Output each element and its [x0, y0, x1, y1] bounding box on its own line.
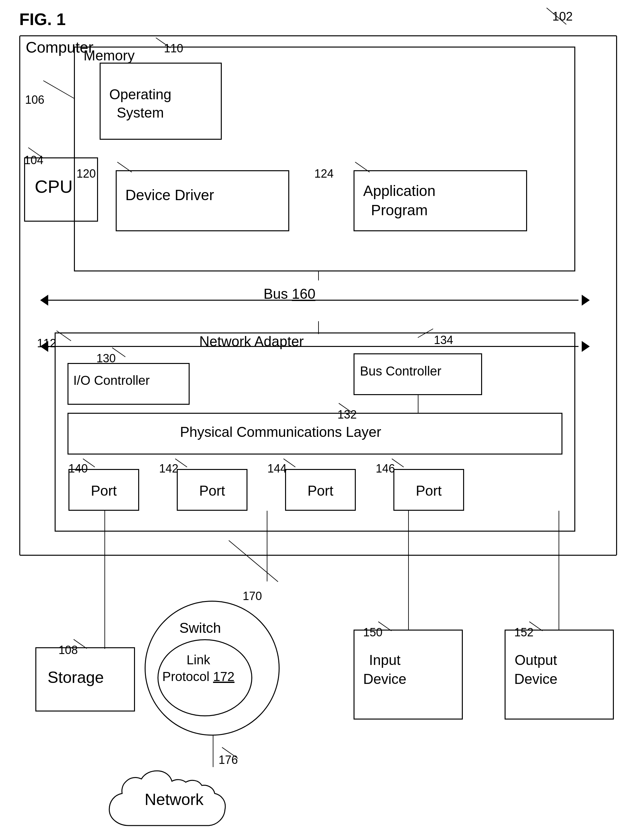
cpu-label: CPU — [35, 176, 73, 197]
ref-170: 170 — [243, 589, 262, 603]
ref-144: 144 — [267, 462, 287, 475]
port-146-label: Port — [394, 470, 463, 512]
svg-marker-5 — [582, 341, 590, 352]
port-142-label: Port — [178, 470, 247, 512]
pcl-label: Physical Communications Layer — [180, 424, 381, 440]
ref-112: 112 — [37, 336, 56, 350]
svg-marker-1 — [40, 295, 48, 306]
ref-110: 110 — [164, 42, 183, 55]
bus-label: Bus 160 — [264, 286, 315, 302]
port-140-box: Port — [68, 469, 139, 511]
port-146-box: Port — [394, 469, 464, 511]
storage-label: Storage — [47, 668, 104, 687]
ref-124: 124 — [315, 167, 334, 180]
vert-line-port-input — [408, 511, 409, 630]
vert-line-port-output — [559, 511, 559, 630]
ref-106: 106 — [25, 93, 44, 107]
svg-marker-2 — [582, 295, 590, 306]
network-adapter-label: Network Adapter — [199, 333, 304, 349]
port-144-box: Port — [285, 469, 356, 511]
io-controller-label: I/O Controller — [73, 373, 150, 388]
vert-line-port-switch — [267, 511, 267, 581]
vert-line-bus-net — [318, 321, 319, 334]
app-label: ApplicationProgram — [363, 182, 435, 220]
port-144-label: Port — [286, 470, 355, 512]
vert-line-bc-pcl — [418, 395, 419, 413]
os-label: OperatingSystem — [109, 85, 171, 122]
output-device-label: Output Device — [514, 651, 558, 689]
ref-142: 142 — [159, 462, 179, 475]
port-140-label: Port — [70, 470, 138, 512]
switch-label: Switch — [179, 620, 221, 636]
ref-146: 146 — [376, 462, 395, 475]
memory-label: Memory — [84, 47, 135, 63]
network-label: Network — [145, 790, 204, 809]
page: FIG. 1 102 Computer Memory 110 106 Opera… — [0, 0, 637, 840]
link-label: Link Protocol 172 — [162, 651, 235, 685]
input-device-label: Input Device — [363, 651, 406, 689]
bus-controller-label: Bus Controller — [360, 364, 441, 378]
ref-134: 134 — [434, 333, 453, 347]
figure-label: FIG. 1 — [19, 9, 66, 29]
vert-line-mem-bus — [318, 271, 319, 280]
device-driver-label: Device Driver — [125, 186, 214, 204]
port-142-box: Port — [177, 469, 248, 511]
vert-line-port140-storage — [104, 511, 105, 649]
